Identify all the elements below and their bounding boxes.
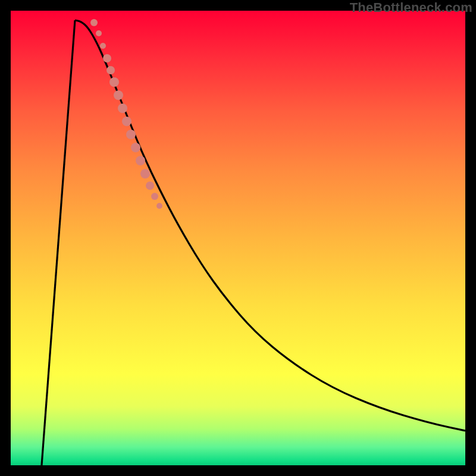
chart-svg xyxy=(11,11,465,465)
marker-dot xyxy=(107,66,115,74)
marker-dot xyxy=(100,43,106,49)
marker-dot xyxy=(156,203,162,209)
right-curve xyxy=(75,20,465,431)
plot-area xyxy=(11,11,465,465)
marker-dot xyxy=(146,181,154,190)
marker-dot xyxy=(122,117,131,126)
marker-dot xyxy=(118,104,127,113)
watermark-text: TheBottleneck.com xyxy=(350,0,472,15)
marker-dot xyxy=(131,143,140,152)
marker-dot xyxy=(109,77,119,87)
marker-dot xyxy=(90,19,98,26)
marker-dot xyxy=(140,169,150,178)
left-slope xyxy=(42,20,75,465)
marker-dot xyxy=(126,130,136,139)
marker-dot xyxy=(96,30,102,36)
marker-dot xyxy=(114,90,123,100)
marker-dot xyxy=(103,54,111,62)
chart-frame: TheBottleneck.com xyxy=(0,0,476,476)
curve-layer xyxy=(42,20,465,465)
marker-dot xyxy=(136,156,145,165)
marker-dot xyxy=(151,193,158,200)
